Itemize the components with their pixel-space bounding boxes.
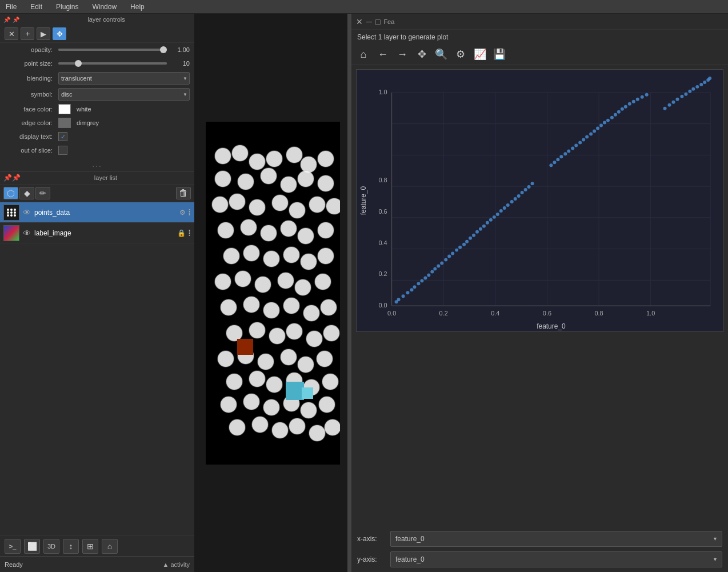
svg-point-67	[521, 191, 524, 194]
layer-list: 👁 points_data ⚙ ⁞ 👁 label_image 🔒 ⁞	[0, 202, 194, 535]
menu-window[interactable]: Window	[89, 2, 120, 12]
right-panel: ✕ ─ □ Fea Select 1 layer to generate plo…	[351, 14, 728, 572]
layer-list-header: 📌 📌 layer list	[0, 171, 194, 185]
yaxis-row: y-axis: feature_0	[357, 551, 722, 567]
shapes-tool-button[interactable]: ◆	[19, 187, 34, 199]
plot-svg: 0.0 0.2 0.4 0.6 0.8 1.0 0.0 0.2 0.4 0.6 …	[356, 69, 723, 332]
layer-controls-title: layer controls	[22, 16, 191, 23]
points-options-icon[interactable]: ⁞	[188, 207, 191, 218]
canvas-area[interactable]	[194, 14, 351, 572]
activity-text[interactable]: ▲ activity	[162, 561, 190, 568]
split-button[interactable]: ⬜	[24, 539, 40, 554]
blending-row: blending: translucent additive opaque	[0, 70, 194, 86]
xaxis-row: x-axis: feature_0	[357, 531, 722, 547]
opacity-value: 1.00	[169, 46, 190, 53]
close-layer-button[interactable]: ✕	[5, 27, 18, 40]
svg-point-68	[524, 188, 527, 191]
symbol-select[interactable]: disc circle square	[58, 88, 190, 101]
point-size-slider[interactable]	[58, 62, 167, 65]
plot-settings-button[interactable]: ⚙	[453, 47, 468, 62]
console-button[interactable]: >_	[5, 539, 21, 554]
canvas-scrollbar[interactable]	[347, 14, 351, 572]
svg-point-42	[433, 267, 437, 270]
plot-minimize-button[interactable]: ─	[366, 17, 372, 26]
points-tool-button[interactable]: ⬡	[3, 187, 18, 199]
opacity-slider[interactable]	[58, 49, 167, 51]
yaxis-select[interactable]: feature_0	[390, 551, 722, 567]
plot-maximize-button[interactable]: □	[375, 17, 380, 26]
home-button[interactable]: ⌂	[102, 539, 118, 554]
svg-point-81	[585, 135, 589, 139]
blending-select[interactable]: translucent additive opaque	[58, 72, 190, 85]
point-size-slider-container: 10	[58, 60, 190, 67]
out-of-slice-checkbox[interactable]	[58, 146, 67, 155]
plot-back-icon: ←	[378, 49, 388, 61]
layer-list-tools: ⬡ ◆ ✏ 🗑	[0, 185, 194, 202]
controls-toolbar: ✕ ＋ ▶ ✥	[0, 25, 194, 43]
points-layer-name: points_data	[34, 209, 177, 217]
menu-help[interactable]: Help	[127, 2, 148, 12]
menu-edit[interactable]: Edit	[27, 2, 46, 12]
section-expander[interactable]: ...	[0, 157, 194, 171]
layer-item-points-data[interactable]: 👁 points_data ⚙ ⁞	[0, 202, 194, 223]
svg-text:0.0: 0.0	[387, 310, 396, 317]
svg-point-63	[506, 203, 510, 207]
svg-point-40	[427, 273, 430, 277]
svg-point-70	[531, 182, 534, 185]
transpose-button[interactable]: ↕	[63, 539, 79, 554]
edge-color-swatch[interactable]	[58, 118, 71, 128]
menu-file[interactable]: File	[2, 2, 20, 12]
svg-point-89	[614, 113, 617, 117]
svg-text:0.4: 0.4	[491, 310, 499, 317]
move-layer-button[interactable]: ▶	[37, 27, 50, 40]
plot-save-button[interactable]: 💾	[492, 47, 507, 62]
svg-text:feature_0: feature_0	[537, 322, 566, 330]
plot-close-button[interactable]: ✕	[356, 17, 363, 26]
svg-point-49	[458, 246, 462, 249]
face-color-swatch[interactable]	[58, 104, 71, 114]
menu-plugins[interactable]: Plugins	[53, 2, 82, 12]
plot-subtitle: Select 1 layer to generate plot	[351, 30, 728, 45]
plot-title: Fea	[383, 18, 394, 25]
points-visibility-toggle[interactable]: 👁	[22, 207, 32, 218]
svg-point-46	[447, 255, 451, 258]
plot-forward-button[interactable]: →	[395, 47, 410, 62]
svg-point-97	[645, 93, 649, 97]
delete-layer-button[interactable]: 🗑	[176, 187, 191, 199]
xaxis-select-wrapper: feature_0	[390, 531, 722, 547]
labels-tool-button[interactable]: ✏	[35, 187, 50, 199]
label-options-icon[interactable]: ⁞	[188, 227, 191, 238]
svg-point-72	[553, 161, 556, 164]
svg-point-48	[455, 249, 458, 252]
svg-text:0.6: 0.6	[543, 310, 551, 317]
home-icon: ⌂	[107, 542, 112, 551]
add-layer-button[interactable]: ＋	[21, 27, 34, 40]
nd-display-button[interactable]: 3D	[43, 539, 59, 554]
point-size-row: point size: 10	[0, 57, 194, 70]
layer-item-label-image[interactable]: 👁 label_image 🔒 ⁞	[0, 223, 194, 243]
label-controls-icon[interactable]: 🔒	[177, 229, 186, 237]
plot-trendline-button[interactable]: 📈	[473, 47, 487, 62]
svg-point-61	[499, 209, 503, 213]
svg-point-106	[695, 85, 699, 89]
plot-back-button[interactable]: ←	[375, 47, 390, 62]
xaxis-select[interactable]: feature_0	[390, 531, 722, 547]
plot-home-button[interactable]: ⌂	[356, 47, 371, 62]
symbol-label: symbol:	[5, 91, 56, 98]
display-text-checkbox[interactable]: ✓	[58, 132, 67, 141]
plot-zoom-button[interactable]: 🔍	[434, 47, 449, 62]
label-visibility-toggle[interactable]: 👁	[22, 228, 32, 238]
pin-icon: 📌	[3, 17, 10, 23]
grid-icon: ⊞	[87, 542, 94, 551]
svg-point-38	[420, 279, 423, 282]
plot-area[interactable]: 0.0 0.2 0.4 0.6 0.8 1.0 0.0 0.2 0.4 0.6 …	[351, 65, 728, 526]
points-controls-icon[interactable]: ⚙	[179, 209, 186, 217]
main-canvas[interactable]	[206, 122, 340, 465]
plot-pan-button[interactable]: ✥	[414, 47, 429, 62]
svg-point-101	[675, 98, 679, 101]
svg-text:0.2: 0.2	[378, 270, 387, 277]
grid-button[interactable]: ⊞	[82, 539, 98, 554]
svg-point-100	[671, 101, 675, 104]
transform-layer-button[interactable]: ✥	[53, 27, 66, 40]
svg-point-44	[440, 262, 443, 265]
